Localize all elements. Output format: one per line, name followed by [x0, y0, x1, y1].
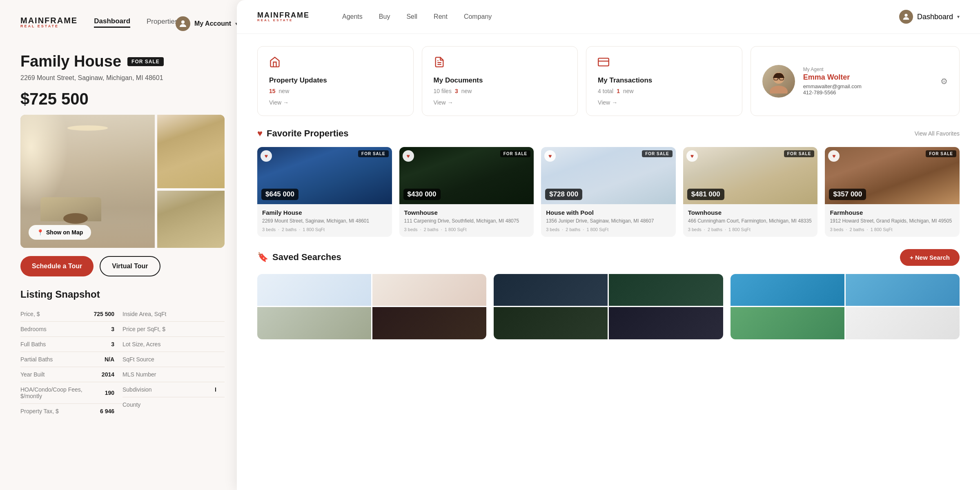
- snapshot-row-bedrooms: Bedrooms 3: [20, 322, 122, 337]
- saved-search-img-0-1: [372, 274, 486, 306]
- prop-heart-4[interactable]: ♥: [828, 150, 840, 162]
- agent-info: My Agent Emma Wolter emmawalter@gmail.co…: [803, 67, 932, 96]
- nav-properties[interactable]: Properties: [147, 18, 178, 27]
- stat-view-transactions[interactable]: View →: [598, 99, 731, 106]
- tx-new-count: 1: [617, 88, 620, 94]
- stat-view-property-updates[interactable]: View →: [269, 99, 402, 106]
- virtual-tour-button[interactable]: Virtual Tour: [100, 256, 160, 276]
- nav-rent[interactable]: Rent: [434, 13, 448, 20]
- prop-name-2: House with Pool: [546, 209, 671, 216]
- stat-count-15: 15: [269, 88, 276, 94]
- snapshot-row-price: Price, $ 725 500: [20, 307, 122, 322]
- agent-email: emmawalter@gmail.com: [803, 83, 932, 89]
- prop-meta-3: 3 beds · 2 baths · 1 800 SqFt: [688, 227, 813, 232]
- transactions-icon: [598, 56, 731, 71]
- dashboard-account-button[interactable]: Dashboard ▾: [899, 10, 960, 24]
- saved-search-img-1-1: [609, 274, 723, 306]
- agent-settings-icon[interactable]: ⚙: [940, 76, 948, 86]
- prop-heart-3[interactable]: ♥: [686, 150, 698, 162]
- prop-heart-0[interactable]: ♥: [261, 150, 272, 162]
- saved-search-card-0[interactable]: [257, 274, 486, 339]
- doc-new-label: new: [461, 88, 472, 94]
- favorites-section: ♥ Favorite Properties View All Favorites…: [237, 128, 980, 249]
- snapshot-col-right: Inside Area, SqFt Price per SqFt, $ Lot …: [122, 307, 225, 419]
- nav-buy[interactable]: Buy: [379, 13, 390, 20]
- listing-snapshot: Listing Snapshot Price, $ 725 500 Bedroo…: [20, 289, 225, 419]
- saved-search-img-1-2: [494, 307, 608, 339]
- prop-for-sale-2: FOR SALE: [642, 150, 673, 157]
- nav-dashboard[interactable]: Dashboard: [94, 17, 130, 28]
- saved-search-img-2-2: [731, 307, 844, 339]
- prop-addr-2: 1356 Juniper Drive, Saginaw, Michigan, M…: [546, 218, 671, 225]
- agent-card: My Agent Emma Wolter emmawalter@gmail.co…: [751, 46, 960, 116]
- saved-search-img-0-0: [257, 274, 371, 306]
- snapshot-row-tax: Property Tax, $ 6 946: [20, 404, 122, 419]
- prop-name-1: Townhouse: [404, 209, 529, 216]
- prop-card-1[interactable]: ♥ FOR SALE $430 000 Townhouse 111 Carpen…: [399, 147, 534, 237]
- new-search-button[interactable]: + New Search: [900, 249, 960, 266]
- prop-meta-0: 3 beds · 2 baths · 1 800 SqFt: [262, 227, 387, 232]
- left-panel: MAINFRAME REAL ESTATE Dashboard Properti…: [0, 0, 245, 490]
- snapshot-row-inside-area: Inside Area, SqFt: [122, 307, 225, 322]
- saved-searches-title: 🔖 Saved Searches: [257, 252, 341, 263]
- prop-details-0: Family House 2269 Mount Street, Saginaw,…: [257, 204, 392, 237]
- stat-title-property-updates: Property Updates: [269, 76, 402, 85]
- prop-meta-2: 3 beds · 2 baths · 1 800 SqFt: [546, 227, 671, 232]
- listing-snapshot-title: Listing Snapshot: [20, 289, 225, 300]
- tx-new-label: new: [623, 88, 634, 94]
- view-all-favorites-link[interactable]: View All Favorites: [915, 130, 960, 137]
- saved-searches-header: 🔖 Saved Searches + New Search: [257, 249, 960, 266]
- prop-for-sale-0: FOR SALE: [358, 150, 389, 157]
- snapshot-row-price-sqft: Price per SqFt, $: [122, 322, 225, 337]
- prop-details-3: Townhouse 466 Cunningham Court, Farmingt…: [683, 204, 818, 237]
- dashboard-account-label: Dashboard: [917, 13, 953, 21]
- arrow-right-icon-tx: →: [612, 99, 617, 106]
- prop-card-4[interactable]: ♥ FOR SALE $357 000 Farmhouse 1912 Howar…: [825, 147, 960, 237]
- saved-search-img-2-3: [846, 307, 960, 339]
- nav-company[interactable]: Company: [464, 13, 492, 20]
- snapshot-row-full-baths: Full Baths 3: [20, 337, 122, 352]
- saved-search-img-2-1: [846, 274, 960, 306]
- property-updates-icon: [269, 56, 402, 71]
- prop-price-0: $645 000: [261, 189, 298, 200]
- bookmark-icon: 🔖: [257, 252, 268, 263]
- photo-room: [157, 191, 225, 248]
- agent-name: Emma Wolter: [803, 73, 932, 82]
- schedule-tour-button[interactable]: Schedule a Tour: [20, 256, 94, 276]
- stat-view-documents[interactable]: View →: [434, 99, 566, 106]
- prop-addr-3: 466 Cunningham Court, Farmington, Michig…: [688, 218, 813, 225]
- nav-sell[interactable]: Sell: [406, 13, 417, 20]
- prop-card-3[interactable]: ♥ FOR SALE $481 000 Townhouse 466 Cunnin…: [683, 147, 818, 237]
- saved-searches-row: [257, 274, 960, 339]
- snapshot-row-lot-size: Lot Size, Acres: [122, 337, 225, 352]
- prop-card-0[interactable]: ♥ FOR SALE $645 000 Family House 2269 Mo…: [257, 147, 392, 237]
- for-sale-badge: FOR SALE: [127, 57, 164, 66]
- my-account-button[interactable]: My Account ▾: [176, 16, 238, 31]
- snapshot-row-county: County: [122, 397, 225, 412]
- property-address: 2269 Mount Street, Saginaw, Michigan, MI…: [20, 74, 225, 82]
- prop-card-2[interactable]: ♥ FOR SALE $728 000 House with Pool 1356…: [541, 147, 676, 237]
- saved-search-card-1[interactable]: [494, 274, 723, 339]
- stat-sub-documents: 10 files 3 new: [434, 88, 566, 94]
- nav-agents[interactable]: Agents: [342, 13, 363, 20]
- agent-avatar: [762, 65, 795, 98]
- dashboard-avatar: [899, 10, 913, 24]
- stat-sub-transactions: 4 total 1 new: [598, 88, 731, 94]
- arrow-right-icon: →: [283, 99, 289, 106]
- prop-details-1: Townhouse 111 Carpening Drive, Southfiel…: [399, 204, 534, 237]
- saved-search-card-2[interactable]: [731, 274, 960, 339]
- agent-phone: 412-789-5566: [803, 89, 932, 96]
- prop-heart-1[interactable]: ♥: [403, 150, 414, 162]
- account-name-label: My Account: [194, 20, 231, 27]
- prop-meta-1: 3 beds · 2 baths · 1 800 SqFt: [404, 227, 529, 232]
- prop-addr-1: 111 Carpening Drive, Southfield, Michiga…: [404, 218, 529, 225]
- prop-details-4: Farmhouse 1912 Howard Street, Grand Rapi…: [825, 204, 960, 237]
- stat-title-transactions: My Transactions: [598, 76, 731, 85]
- prop-price-3: $481 000: [687, 189, 724, 200]
- prop-price-4: $357 000: [829, 189, 866, 200]
- show-on-map-button[interactable]: 📍 Show on Map: [29, 225, 91, 240]
- stat-card-property-updates: Property Updates 15 new View →: [257, 46, 414, 116]
- prop-heart-2[interactable]: ♥: [544, 150, 556, 162]
- stats-row: Property Updates 15 new View →: [237, 34, 980, 128]
- dashboard-chevron-icon: ▾: [957, 14, 960, 20]
